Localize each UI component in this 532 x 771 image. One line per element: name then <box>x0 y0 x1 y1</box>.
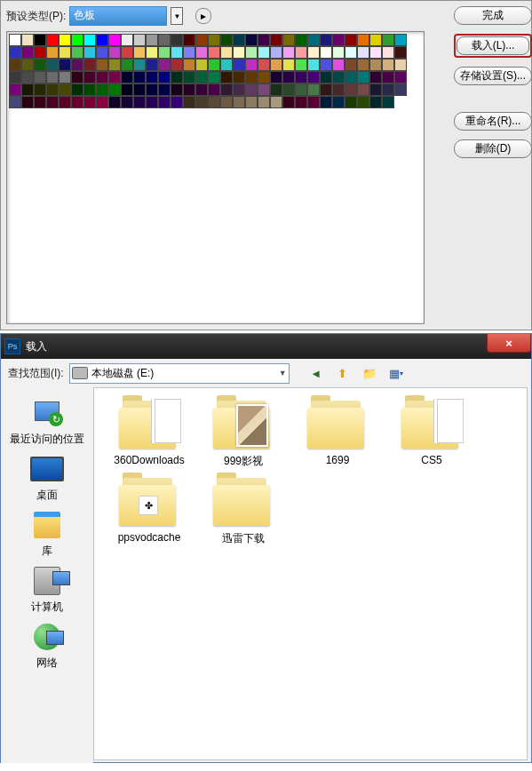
swatch[interactable] <box>146 59 158 71</box>
swatch[interactable] <box>83 46 96 59</box>
swatch[interactable] <box>345 46 357 59</box>
swatch[interactable] <box>233 59 245 71</box>
swatch[interactable] <box>208 96 220 108</box>
swatch[interactable] <box>71 59 83 71</box>
swatch[interactable] <box>21 59 34 71</box>
swatch[interactable] <box>195 83 208 96</box>
swatch[interactable] <box>345 34 357 46</box>
swatch[interactable] <box>369 71 382 83</box>
swatch[interactable] <box>258 34 270 46</box>
delete-button[interactable]: 删除(D) <box>454 139 532 158</box>
swatch[interactable] <box>258 96 270 108</box>
swatch[interactable] <box>220 34 233 46</box>
swatch[interactable] <box>320 83 332 96</box>
swatch[interactable] <box>158 71 171 83</box>
swatch[interactable] <box>382 34 394 46</box>
swatch[interactable] <box>121 83 133 96</box>
swatch[interactable] <box>382 46 394 59</box>
swatch[interactable] <box>83 34 96 46</box>
swatch[interactable] <box>171 59 183 71</box>
swatch[interactable] <box>171 71 183 83</box>
swatch[interactable] <box>258 83 270 96</box>
swatch[interactable] <box>183 46 195 59</box>
swatch[interactable] <box>320 71 332 83</box>
swatch[interactable] <box>59 34 71 46</box>
swatch[interactable] <box>71 46 83 59</box>
place-recent[interactable]: ↻ 最近访问的位置 <box>7 396 87 447</box>
swatch[interactable] <box>34 46 46 59</box>
swatch[interactable] <box>382 71 394 83</box>
up-button[interactable]: ⬆ <box>332 362 353 384</box>
swatch[interactable] <box>282 34 295 46</box>
swatch[interactable] <box>59 96 71 108</box>
swatch[interactable] <box>146 71 158 83</box>
swatch[interactable] <box>83 83 96 96</box>
swatch[interactable] <box>233 34 245 46</box>
swatch[interactable] <box>345 83 357 96</box>
swatch[interactable] <box>183 83 195 96</box>
swatch[interactable] <box>270 46 282 59</box>
swatch[interactable] <box>282 83 295 96</box>
swatch[interactable] <box>357 34 369 46</box>
swatch[interactable] <box>394 34 407 46</box>
swatch[interactable] <box>71 71 83 83</box>
swatch[interactable] <box>9 34 21 46</box>
swatch[interactable] <box>83 59 96 71</box>
swatch[interactable] <box>21 46 34 59</box>
swatch[interactable] <box>258 71 270 83</box>
preset-type-dropdown-arrow[interactable]: ▼ <box>171 7 183 25</box>
swatch[interactable] <box>220 96 233 108</box>
swatch[interactable] <box>96 46 108 59</box>
swatch[interactable] <box>270 83 282 96</box>
file-item[interactable]: 迅雷下载 <box>199 476 288 546</box>
swatch[interactable] <box>121 71 133 83</box>
place-computer[interactable]: 计算机 <box>7 564 87 615</box>
swatch[interactable] <box>158 34 171 46</box>
swatch[interactable] <box>146 34 158 46</box>
swatch[interactable] <box>357 59 369 71</box>
swatch[interactable] <box>133 34 146 46</box>
file-item[interactable]: 999影视 <box>199 399 288 469</box>
swatch[interactable] <box>282 46 295 59</box>
swatch[interactable] <box>345 59 357 71</box>
swatch[interactable] <box>220 46 233 59</box>
swatch[interactable] <box>158 59 171 71</box>
swatch[interactable] <box>9 59 21 71</box>
swatch[interactable] <box>34 71 46 83</box>
swatch[interactable] <box>369 83 382 96</box>
file-item[interactable]: CS5 <box>387 399 476 469</box>
swatch[interactable] <box>282 59 295 71</box>
swatch[interactable] <box>208 46 220 59</box>
new-folder-button[interactable]: 📁 <box>359 362 380 384</box>
swatch[interactable] <box>46 71 59 83</box>
swatch[interactable] <box>258 59 270 71</box>
swatch[interactable] <box>245 71 258 83</box>
swatch[interactable] <box>394 59 407 71</box>
swatch[interactable] <box>46 59 59 71</box>
preset-type-select[interactable]: 色板 <box>69 6 167 26</box>
swatch[interactable] <box>133 71 146 83</box>
swatch[interactable] <box>307 46 320 59</box>
swatch[interactable] <box>369 46 382 59</box>
file-item[interactable]: 360Downloads <box>105 399 194 469</box>
swatch[interactable] <box>195 46 208 59</box>
swatch[interactable] <box>307 59 320 71</box>
swatch[interactable] <box>21 71 34 83</box>
swatch[interactable] <box>320 46 332 59</box>
swatch[interactable] <box>46 46 59 59</box>
place-libraries[interactable]: 库 <box>7 508 87 559</box>
swatch[interactable] <box>34 34 46 46</box>
swatch[interactable] <box>295 34 307 46</box>
swatch[interactable] <box>96 96 108 108</box>
swatch[interactable] <box>146 96 158 108</box>
swatch[interactable] <box>332 83 345 96</box>
swatch[interactable] <box>9 83 21 96</box>
swatch[interactable] <box>270 71 282 83</box>
file-item[interactable]: ✤ppsvodcache <box>105 476 194 546</box>
swatch[interactable] <box>332 59 345 71</box>
save-settings-button[interactable]: 存储设置(S)... <box>454 67 532 85</box>
swatch[interactable] <box>108 46 121 59</box>
swatch[interactable] <box>21 96 34 108</box>
swatch[interactable] <box>369 96 382 108</box>
swatch[interactable] <box>108 34 121 46</box>
